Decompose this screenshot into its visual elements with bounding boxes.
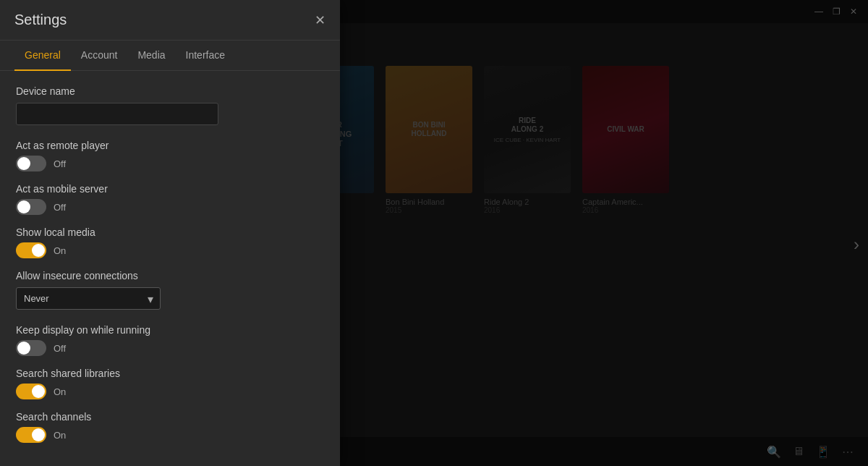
act-remote-player-label: Act as remote player [16, 140, 324, 151]
settings-overlay: Settings ✕ General Account Media Interfa… [0, 0, 868, 466]
act-remote-player-row: Act as remote player Off [16, 140, 324, 171]
search-channels-row: Search channels On [16, 411, 324, 443]
settings-close-button[interactable]: ✕ [315, 14, 326, 27]
show-local-media-toggle[interactable] [16, 242, 46, 258]
keep-display-label: Keep display on while running [16, 324, 324, 336]
search-channels-toggle[interactable] [16, 427, 46, 443]
act-mobile-server-toggle[interactable] [16, 199, 46, 215]
allow-insecure-row: Allow insecure connections Never On same… [16, 270, 324, 310]
act-mobile-server-label: Act as mobile server [16, 183, 324, 195]
search-channels-state: On [54, 430, 66, 441]
allow-insecure-label: Allow insecure connections [16, 270, 324, 281]
show-local-media-toggle-container: On [16, 242, 324, 258]
search-shared-row: Search shared libraries On [16, 368, 324, 399]
tab-general[interactable]: General [14, 41, 71, 71]
keep-display-row: Keep display on while running Off [16, 324, 324, 356]
device-name-label: Device name [16, 85, 324, 97]
act-remote-player-toggle[interactable] [16, 156, 46, 171]
settings-panel: Settings ✕ General Account Media Interfa… [0, 0, 340, 466]
keep-display-state: Off [54, 343, 66, 354]
keep-display-toggle-container: Off [16, 340, 324, 356]
act-mobile-server-state: Off [54, 202, 66, 213]
search-channels-thumb [32, 428, 45, 441]
act-remote-player-toggle-container: Off [16, 156, 324, 171]
tab-interface[interactable]: Interface [176, 41, 235, 71]
device-name-input[interactable] [16, 103, 218, 125]
show-local-media-thumb [32, 244, 45, 257]
search-shared-thumb [32, 385, 45, 398]
search-shared-state: On [54, 386, 66, 397]
settings-content: Device name Act as remote player Off Act… [0, 71, 340, 466]
keep-display-toggle[interactable] [16, 340, 46, 356]
act-remote-player-thumb [17, 157, 30, 170]
settings-tabs: General Account Media Interface [0, 41, 340, 71]
device-name-row: Device name [16, 85, 324, 125]
search-channels-label: Search channels [16, 411, 324, 423]
settings-title: Settings [14, 12, 67, 28]
act-mobile-server-toggle-container: Off [16, 199, 324, 215]
act-remote-player-state: Off [54, 158, 66, 169]
show-local-media-state: On [54, 245, 66, 256]
search-shared-toggle-container: On [16, 384, 324, 399]
show-local-media-row: Show local media On [16, 226, 324, 258]
search-shared-toggle[interactable] [16, 384, 46, 399]
keep-display-thumb [17, 342, 30, 355]
search-shared-label: Search shared libraries [16, 368, 324, 379]
allow-insecure-wrapper: Never On same network Always [16, 287, 161, 310]
show-local-media-label: Show local media [16, 226, 324, 238]
settings-header: Settings ✕ [0, 0, 340, 41]
tab-account[interactable]: Account [71, 41, 128, 71]
allow-insecure-select[interactable]: Never On same network Always [16, 287, 161, 310]
search-channels-toggle-container: On [16, 427, 324, 443]
act-mobile-server-thumb [17, 200, 30, 213]
act-mobile-server-row: Act as mobile server Off [16, 183, 324, 215]
tab-media[interactable]: Media [127, 41, 175, 71]
